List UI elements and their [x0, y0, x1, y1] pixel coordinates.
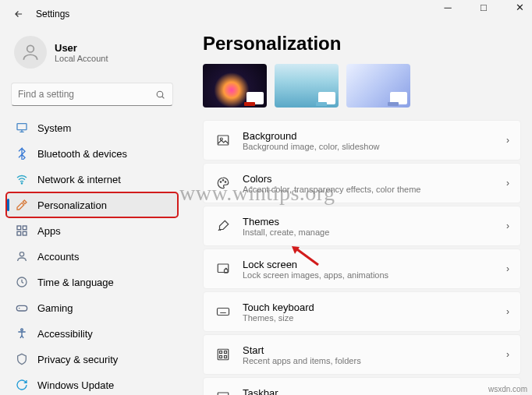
user-name: User	[55, 42, 108, 54]
svg-rect-19	[218, 309, 229, 316]
card-title: Taskbar	[243, 387, 506, 396]
time-icon	[16, 276, 28, 288]
bluetooth-icon	[16, 147, 28, 160]
card-subtitle: Background image, color, slideshow	[243, 142, 506, 151]
card-subtitle: Install, create, manage	[243, 227, 506, 237]
card-subtitle: Accent color, transparency effects, colo…	[243, 185, 506, 194]
card-title: Touch keyboard	[243, 302, 506, 313]
titlebar: Settings ─ □ ✕	[0, 0, 532, 28]
minimize-button[interactable]: ─	[437, 2, 459, 13]
svg-rect-21	[220, 351, 222, 354]
card-background[interactable]: BackgroundBackground image, color, slide…	[203, 120, 521, 160]
sidebar-item-label: Gaming	[37, 302, 73, 314]
chevron-right-icon: ›	[506, 220, 509, 231]
main-content: Personalization BackgroundBackground ima…	[184, 28, 532, 395]
sidebar-item-label: Bluetooth & devices	[37, 148, 127, 160]
window-title: Settings	[36, 9, 69, 19]
start-icon	[215, 347, 232, 361]
accessibility-icon	[16, 327, 28, 340]
sidebar-item-accessibility[interactable]: Accessibility	[6, 321, 178, 346]
sidebar-item-apps[interactable]: Apps	[6, 218, 178, 243]
svg-point-1	[157, 91, 163, 97]
sidebar-item-network-internet[interactable]: Network & internet	[6, 167, 178, 192]
svg-point-11	[21, 329, 23, 331]
update-icon	[16, 379, 28, 391]
maximize-button[interactable]: □	[473, 2, 495, 13]
personalization-icon	[16, 199, 28, 211]
card-lock-screen[interactable]: Lock screenLock screen images, apps, ani…	[203, 249, 521, 289]
sidebar-item-time-language[interactable]: Time & language	[6, 270, 178, 294]
image-icon	[215, 133, 232, 147]
sidebar-item-label: Personalization	[37, 199, 107, 211]
taskbar-icon	[215, 390, 232, 395]
sidebar-item-label: Privacy & security	[37, 354, 118, 365]
card-taskbar[interactable]: TaskbarTaskbar behaviors, system pins›	[203, 377, 521, 395]
svg-rect-6	[17, 231, 21, 235]
palette-icon	[215, 176, 232, 190]
close-button[interactable]: ✕	[509, 2, 530, 13]
search-icon	[154, 88, 166, 101]
wifi-icon	[16, 173, 28, 185]
user-block[interactable]: User Local Account	[6, 31, 178, 79]
svg-point-16	[225, 182, 226, 183]
svg-rect-23	[220, 356, 222, 358]
avatar	[14, 36, 47, 69]
svg-rect-10	[16, 305, 27, 311]
sidebar-item-label: Apps	[37, 225, 61, 237]
chevron-right-icon: ›	[506, 306, 509, 317]
chevron-right-icon: ›	[506, 349, 509, 360]
svg-rect-24	[225, 356, 227, 358]
sidebar-item-gaming[interactable]: Gaming	[6, 295, 178, 320]
card-subtitle: Lock screen images, apps, animations	[243, 270, 506, 280]
svg-rect-4	[17, 226, 21, 230]
page-title: Personalization	[203, 33, 521, 55]
svg-point-0	[27, 45, 34, 52]
sidebar-item-label: Accessibility	[37, 328, 93, 340]
apps-icon	[16, 224, 28, 237]
sidebar-item-privacy-security[interactable]: Privacy & security	[6, 347, 178, 372]
card-title: Lock screen	[243, 259, 506, 270]
sidebar-item-label: Network & internet	[37, 174, 121, 185]
card-title: Colors	[243, 173, 506, 185]
card-subtitle: Recent apps and items, folders	[243, 356, 506, 365]
svg-rect-5	[23, 226, 27, 230]
privacy-icon	[16, 353, 28, 365]
sidebar-item-windows-update[interactable]: Windows Update	[6, 372, 178, 395]
card-themes[interactable]: ThemesInstall, create, manage›	[203, 206, 521, 246]
chevron-right-icon: ›	[506, 135, 509, 146]
theme-thumb[interactable]	[275, 64, 339, 108]
chevron-right-icon: ›	[506, 178, 509, 189]
card-title: Background	[243, 130, 506, 142]
theme-thumb[interactable]	[203, 64, 267, 108]
sidebar-item-label: Windows Update	[37, 379, 114, 391]
sidebar-item-personalization[interactable]: Personalization	[6, 192, 178, 217]
svg-point-3	[21, 183, 22, 184]
theme-thumbnails	[203, 64, 521, 108]
sidebar: User Local Account Find a setting System…	[0, 28, 184, 395]
sidebar-item-label: Accounts	[37, 251, 79, 263]
card-touch-keyboard[interactable]: Touch keyboardThemes, size›	[203, 291, 521, 332]
system-icon	[16, 122, 28, 134]
search-input[interactable]: Find a setting	[11, 83, 173, 106]
card-start[interactable]: StartRecent apps and items, folders›	[203, 334, 521, 375]
sidebar-item-label: Time & language	[37, 277, 114, 288]
card-title: Themes	[243, 216, 506, 227]
svg-point-15	[222, 180, 224, 182]
sidebar-item-system[interactable]: System	[6, 115, 178, 140]
accounts-icon	[16, 250, 28, 263]
svg-point-8	[20, 252, 23, 256]
sidebar-item-accounts[interactable]: Accounts	[6, 244, 178, 269]
user-account: Local Account	[55, 54, 108, 63]
theme-thumb[interactable]	[346, 64, 410, 108]
svg-rect-22	[225, 351, 227, 354]
keyboard-icon	[215, 305, 232, 319]
brush-icon	[215, 219, 232, 233]
chevron-right-icon: ›	[506, 263, 509, 274]
svg-point-14	[220, 182, 222, 183]
back-button[interactable]	[6, 2, 31, 26]
card-colors[interactable]: ColorsAccent color, transparency effects…	[203, 163, 521, 203]
svg-rect-7	[23, 231, 27, 235]
lock-screen-icon	[215, 262, 232, 276]
sidebar-item-bluetooth-devices[interactable]: Bluetooth & devices	[6, 141, 178, 166]
gaming-icon	[16, 302, 28, 314]
